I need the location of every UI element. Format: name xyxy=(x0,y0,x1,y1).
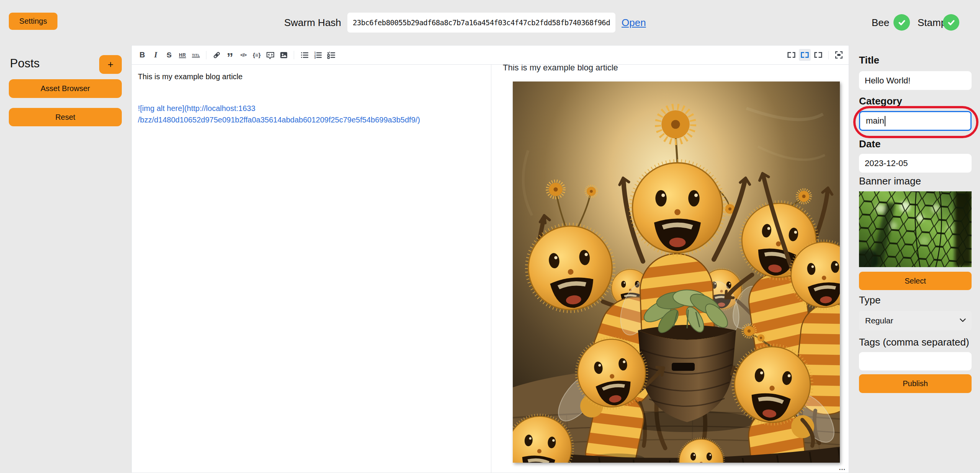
preview-only-layout-icon[interactable] xyxy=(812,49,824,61)
link-icon[interactable] xyxy=(211,49,223,61)
svg-text:3: 3 xyxy=(314,56,316,59)
editor-only-layout-icon[interactable] xyxy=(785,49,797,61)
markdown-source-editor[interactable]: This is my example blog article ![img al… xyxy=(132,65,491,473)
stamp-status-label: Stamp xyxy=(918,13,946,33)
text-caret xyxy=(885,116,885,126)
heading-icon[interactable]: TITL xyxy=(190,49,202,61)
markdown-editor: B I S HR TITL ” </> {≡} xyxy=(131,45,849,473)
banner-image-thumbnail[interactable] xyxy=(859,191,972,267)
tags-input[interactable] xyxy=(859,352,972,370)
title-label: Title xyxy=(859,54,879,66)
publish-button[interactable]: Publish xyxy=(859,374,972,393)
select-banner-button[interactable]: Select xyxy=(859,272,972,290)
preview-paragraph: This is my example blog article xyxy=(503,65,849,73)
title-input[interactable]: Hello World! xyxy=(859,71,972,90)
markdown-preview: This is my example blog article xyxy=(491,65,849,473)
editor-text-line: This is my example blog article xyxy=(138,71,485,82)
type-selected-value: Regular xyxy=(865,316,893,325)
code-comment-icon[interactable] xyxy=(264,49,276,61)
editor-toolbar: B I S HR TITL ” </> {≡} xyxy=(132,46,849,65)
fullscreen-icon[interactable] xyxy=(833,49,845,61)
italic-icon[interactable]: I xyxy=(150,49,162,61)
tags-label: Tags (comma separated) xyxy=(859,336,969,348)
reset-button[interactable]: Reset xyxy=(9,108,122,126)
settings-button[interactable]: Settings xyxy=(9,13,57,30)
strikethrough-icon[interactable]: S xyxy=(163,49,175,61)
add-post-button[interactable]: + xyxy=(99,55,122,74)
category-value: main xyxy=(866,116,884,126)
date-label: Date xyxy=(859,138,880,150)
chevron-down-icon xyxy=(960,318,966,322)
horizontal-rule-icon[interactable]: HR xyxy=(177,49,188,61)
task-list-icon[interactable] xyxy=(325,49,337,61)
date-input[interactable]: 2023-12-05 xyxy=(859,154,972,173)
bold-icon[interactable]: B xyxy=(136,49,148,61)
category-label: Category xyxy=(859,95,902,107)
stamp-status-check-icon xyxy=(943,14,959,31)
type-label: Type xyxy=(859,294,880,306)
split-view-layout-icon[interactable] xyxy=(799,49,811,61)
toolbar-divider xyxy=(828,51,829,59)
bee-status-label: Bee xyxy=(872,13,889,33)
category-input[interactable]: main xyxy=(859,111,972,131)
open-link[interactable]: Open xyxy=(622,13,646,33)
ordered-list-icon[interactable]: 1 2 3 xyxy=(312,49,324,61)
swarm-hash-input[interactable]: 23bc6feb80055b29adf68a8c7b7a16a454f03c4f… xyxy=(347,13,615,33)
type-select[interactable]: Regular xyxy=(859,311,972,330)
unordered-list-icon[interactable] xyxy=(298,49,310,61)
editor-image-markdown: ![img alt here](http://localhost:1633 /b… xyxy=(138,103,485,126)
inline-code-icon[interactable]: </> xyxy=(237,49,249,61)
asset-browser-button[interactable]: Asset Browser xyxy=(9,79,122,98)
etherjot-app: Settings Swarm Hash 23bc6feb80055b29adf6… xyxy=(0,0,980,473)
toolbar-divider xyxy=(294,51,294,59)
bee-status-check-icon xyxy=(893,14,910,31)
image-icon[interactable] xyxy=(278,49,290,61)
editor-resize-handle[interactable]: ... xyxy=(839,464,846,472)
swarm-hash-label: Swarm Hash xyxy=(284,13,341,33)
article-image xyxy=(513,82,840,463)
posts-heading: Posts xyxy=(10,57,40,70)
quote-icon[interactable]: ” xyxy=(224,47,236,63)
toolbar-divider xyxy=(206,51,206,59)
banner-image-label: Banner image xyxy=(859,175,921,187)
code-block-icon[interactable]: {≡} xyxy=(251,49,263,61)
